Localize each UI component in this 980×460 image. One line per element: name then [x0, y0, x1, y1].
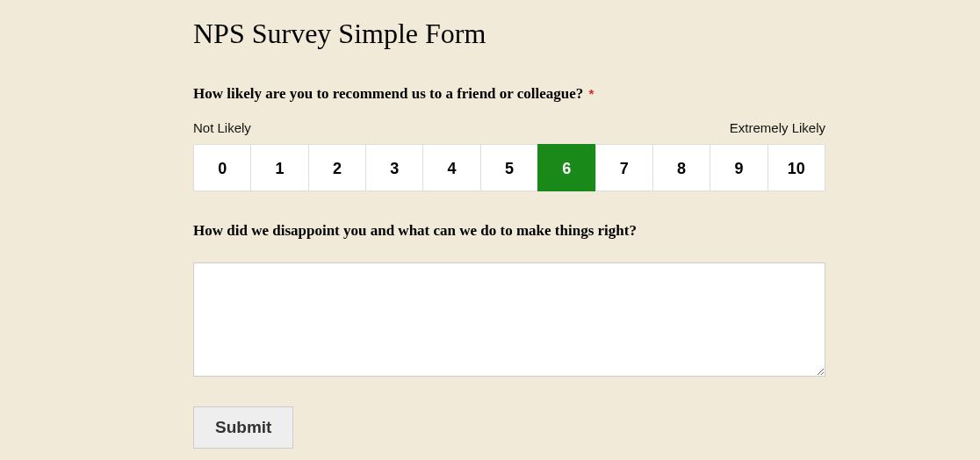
scale-option-4[interactable]: 4: [422, 144, 479, 191]
scale-option-6[interactable]: 6: [537, 144, 594, 191]
scale-option-1[interactable]: 1: [250, 144, 307, 191]
page-title: NPS Survey Simple Form: [193, 18, 825, 50]
feedback-textarea[interactable]: [193, 262, 825, 377]
page: NPS Survey Simple Form How likely are yo…: [0, 0, 980, 460]
required-marker: *: [589, 86, 594, 101]
question-recommend-label: How likely are you to recommend us to a …: [193, 85, 825, 103]
scale-option-3[interactable]: 3: [365, 144, 422, 191]
scale-option-8[interactable]: 8: [652, 144, 710, 191]
form-container: NPS Survey Simple Form How likely are yo…: [193, 18, 825, 449]
scale-option-7[interactable]: 7: [595, 144, 652, 191]
scale-option-0[interactable]: 0: [193, 144, 250, 191]
scale-option-9[interactable]: 9: [710, 144, 767, 191]
submit-button[interactable]: Submit: [193, 406, 293, 449]
nps-scale: 012345678910: [193, 144, 825, 191]
question-feedback-label: How did we disappoint you and what can w…: [193, 222, 825, 240]
scale-labels: Not Likely Extremely Likely: [193, 120, 825, 135]
scale-right-label: Extremely Likely: [730, 120, 825, 135]
question-recommend-text: How likely are you to recommend us to a …: [193, 85, 583, 102]
scale-option-10[interactable]: 10: [767, 144, 825, 191]
scale-left-label: Not Likely: [193, 120, 251, 135]
scale-option-5[interactable]: 5: [480, 144, 537, 191]
scale-option-2[interactable]: 2: [308, 144, 365, 191]
